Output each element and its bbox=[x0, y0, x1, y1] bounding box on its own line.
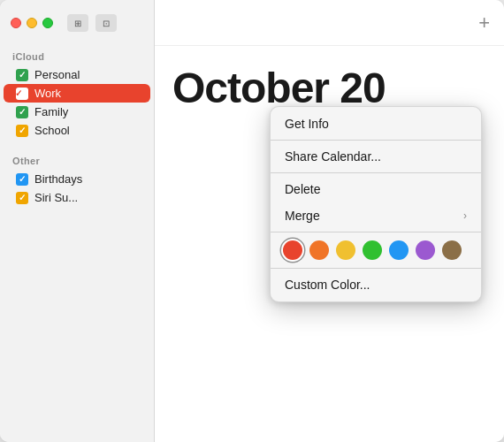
custom-color-label: Custom Color... bbox=[285, 278, 370, 292]
color-dot-blue[interactable] bbox=[389, 240, 409, 260]
school-label: School bbox=[34, 124, 138, 137]
color-dot-yellow[interactable] bbox=[336, 240, 355, 260]
work-label: Work bbox=[34, 87, 138, 100]
minimize-button[interactable] bbox=[27, 18, 37, 28]
birthdays-checkbox[interactable] bbox=[16, 173, 28, 186]
main-header: + bbox=[155, 0, 504, 46]
personal-checkbox[interactable] bbox=[16, 69, 28, 81]
menu-item-merge[interactable]: Merge › bbox=[271, 202, 481, 229]
siri-checkbox[interactable] bbox=[16, 192, 28, 204]
calendar-grid-icon[interactable]: ⊞ bbox=[67, 14, 88, 32]
school-checkbox[interactable] bbox=[16, 125, 28, 137]
personal-label: Personal bbox=[34, 68, 138, 81]
main-area: + October 20 Get Info Share Calendar... … bbox=[155, 0, 504, 442]
titlebar: ⊞ ⊡ bbox=[0, 0, 154, 46]
add-event-button[interactable]: + bbox=[478, 11, 490, 34]
color-dot-orange[interactable] bbox=[309, 240, 329, 260]
sidebar-item-personal[interactable]: Personal bbox=[4, 65, 150, 84]
other-section-label: Other bbox=[0, 150, 154, 170]
share-calendar-label: Share Calendar... bbox=[285, 149, 381, 164]
menu-separator-1 bbox=[271, 140, 481, 141]
color-dot-purple[interactable] bbox=[416, 240, 435, 260]
sidebar-item-birthdays[interactable]: Birthdays bbox=[4, 170, 150, 188]
birthdays-label: Birthdays bbox=[34, 172, 138, 186]
sidebar-item-school[interactable]: School bbox=[4, 121, 150, 140]
color-dot-red[interactable] bbox=[283, 240, 302, 260]
menu-separator-2 bbox=[271, 172, 481, 173]
color-dot-green[interactable] bbox=[363, 240, 382, 260]
chevron-right-icon: › bbox=[463, 210, 467, 222]
family-checkbox[interactable] bbox=[16, 106, 28, 118]
context-menu: Get Info Share Calendar... Delete Merge … bbox=[270, 106, 482, 302]
family-label: Family bbox=[34, 105, 138, 118]
delete-label: Delete bbox=[285, 182, 320, 196]
month-title: October 20 bbox=[155, 46, 504, 112]
color-dot-brown[interactable] bbox=[442, 240, 462, 260]
menu-separator-3 bbox=[271, 232, 481, 232]
menu-item-get-info[interactable]: Get Info bbox=[271, 110, 481, 137]
menu-item-share-calendar[interactable]: Share Calendar... bbox=[271, 143, 481, 170]
siri-label: Siri Su... bbox=[34, 191, 138, 204]
get-info-label: Get Info bbox=[285, 117, 329, 131]
menu-item-custom-color[interactable]: Custom Color... bbox=[271, 271, 481, 298]
app-window: ⊞ ⊡ iCloud Personal ✓ Work Family School bbox=[0, 0, 504, 442]
sidebar-item-family[interactable]: Family bbox=[4, 103, 150, 121]
menu-separator-4 bbox=[271, 268, 481, 269]
sidebar-item-siri[interactable]: Siri Su... bbox=[4, 188, 150, 207]
sidebar-item-work[interactable]: ✓ Work bbox=[4, 84, 150, 103]
merge-label: Merge bbox=[285, 209, 320, 223]
icloud-section-label: iCloud bbox=[0, 46, 154, 65]
work-checkbox[interactable]: ✓ bbox=[16, 88, 28, 100]
maximize-button[interactable] bbox=[42, 18, 53, 28]
traffic-lights bbox=[11, 18, 53, 28]
close-button[interactable] bbox=[11, 18, 21, 28]
color-picker-row bbox=[271, 235, 481, 265]
menu-item-delete[interactable]: Delete bbox=[271, 176, 481, 202]
inbox-icon[interactable]: ⊡ bbox=[95, 14, 117, 32]
sidebar: ⊞ ⊡ iCloud Personal ✓ Work Family School bbox=[0, 0, 155, 442]
